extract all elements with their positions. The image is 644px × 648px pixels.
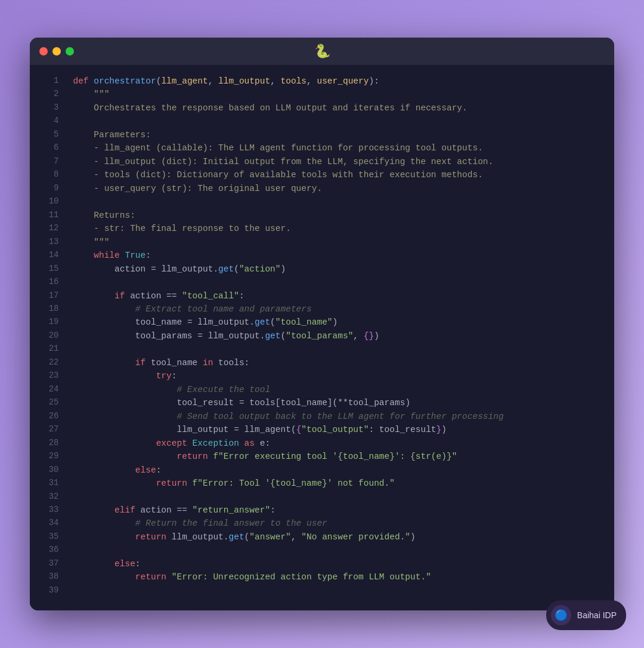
table-row: 30 else: [30,464,614,477]
line-number: 2 [30,88,68,101]
line-code: """ [68,236,614,249]
table-row: 21 [30,342,614,356]
line-code: # Send tool output back to the LLM agent… [68,410,614,423]
line-number: 29 [30,450,68,463]
close-button[interactable] [39,47,48,55]
line-number: 17 [30,289,68,303]
table-row: 29 return f"Error executing tool '{tool_… [30,450,614,463]
code-window: 🐍 1def orchestrator(llm_agent, llm_outpu… [30,38,614,610]
line-number: 28 [30,437,68,450]
line-code: if tool_name in tools: [68,356,614,369]
line-code: - str: The final response to the user. [68,222,614,235]
window-title-icon: 🐍 [314,44,330,60]
table-row: 19 tool_name = llm_output.get("tool_name… [30,316,614,329]
titlebar: 🐍 [30,38,614,65]
table-row: 11 Returns: [30,209,614,222]
line-code [68,490,614,504]
line-number: 34 [30,517,68,530]
table-row: 5 Parameters: [30,128,614,141]
table-row: 35 return llm_output.get("answer", "No a… [30,530,614,544]
line-code: tool_params = llm_output.get("tool_param… [68,329,614,342]
line-code: else: [68,464,614,477]
table-row: 9 - user_query (str): The original user … [30,182,614,195]
table-row: 20 tool_params = llm_output.get("tool_pa… [30,329,614,342]
line-number: 19 [30,316,68,329]
line-code: return llm_output.get("answer", "No answ… [68,530,614,544]
line-code: - tools (dict): Dictionary of available … [68,168,614,181]
line-number: 13 [30,236,68,249]
line-number: 7 [30,155,68,168]
maximize-button[interactable] [66,47,74,55]
table-row: 17 if action == "tool_call": [30,289,614,303]
line-code: except Exception as e: [68,437,614,450]
line-code: # Execute the tool [68,383,614,396]
table-row: 36 [30,544,614,557]
code-table: 1def orchestrator(llm_agent, llm_output,… [30,75,614,597]
table-row: 16 [30,276,614,289]
line-number: 9 [30,182,68,195]
line-number: 18 [30,303,68,316]
line-code [68,195,614,208]
line-code: - user_query (str): The original user qu… [68,182,614,195]
line-number: 22 [30,356,68,369]
table-row: 32 [30,490,614,504]
table-row: 26 # Send tool output back to the LLM ag… [30,410,614,423]
minimize-button[interactable] [52,47,61,55]
watermark-icon: 🔵 [551,605,571,625]
line-code: tool_result = tools[tool_name](**tool_pa… [68,396,614,409]
line-number: 35 [30,530,68,544]
watermark-label: Baihai IDP [577,610,617,620]
table-row: 7 - llm_output (dict): Initial output fr… [30,155,614,168]
table-row: 2 """ [30,88,614,101]
watermark: 🔵 Baihai IDP [546,600,626,630]
table-row: 8 - tools (dict): Dictionary of availabl… [30,168,614,181]
line-number: 32 [30,490,68,504]
line-number: 20 [30,329,68,342]
line-code: return "Error: Unrecognized action type … [68,570,614,584]
table-row: 18 # Extract tool name and parameters [30,303,614,316]
line-code: Parameters: [68,128,614,141]
table-row: 14 while True: [30,249,614,262]
line-code: action = llm_output.get("action") [68,263,614,276]
table-row: 4 [30,115,614,128]
line-code: # Return the final answer to the user [68,517,614,530]
line-code [68,342,614,356]
line-number: 10 [30,195,68,208]
line-code: # Extract tool name and parameters [68,303,614,316]
line-code: Orchestrates the response based on LLM o… [68,101,614,115]
line-number: 33 [30,504,68,517]
line-number: 24 [30,383,68,396]
line-number: 36 [30,544,68,557]
line-number: 30 [30,464,68,477]
line-code: - llm_output (dict): Initial output from… [68,155,614,168]
table-row: 6 - llm_agent (callable): The LLM agent … [30,141,614,155]
line-number: 15 [30,263,68,276]
table-row: 15 action = llm_output.get("action") [30,263,614,276]
line-number: 37 [30,557,68,570]
line-code: return f"Error executing tool '{tool_nam… [68,450,614,463]
table-row: 10 [30,195,614,208]
line-code: tool_name = llm_output.get("tool_name") [68,316,614,329]
line-number: 26 [30,410,68,423]
line-code: llm_output = llm_agent({"tool_output": t… [68,423,614,436]
table-row: 24 # Execute the tool [30,383,614,396]
line-number: 38 [30,570,68,584]
line-number: 8 [30,168,68,181]
line-number: 12 [30,222,68,235]
line-number: 21 [30,342,68,356]
line-number: 4 [30,115,68,128]
table-row: 23 try: [30,369,614,382]
line-code [68,276,614,289]
code-editor[interactable]: 1def orchestrator(llm_agent, llm_output,… [30,65,614,610]
line-number: 31 [30,477,68,490]
line-code: if action == "tool_call": [68,289,614,303]
table-row: 31 return f"Error: Tool '{tool_name}' no… [30,477,614,490]
line-code [68,584,614,597]
traffic-lights [39,47,74,55]
line-code: elif action == "return_answer": [68,504,614,517]
table-row: 25 tool_result = tools[tool_name](**tool… [30,396,614,409]
table-row: 3 Orchestrates the response based on LLM… [30,101,614,115]
line-code [68,115,614,128]
line-number: 39 [30,584,68,597]
line-number: 11 [30,209,68,222]
